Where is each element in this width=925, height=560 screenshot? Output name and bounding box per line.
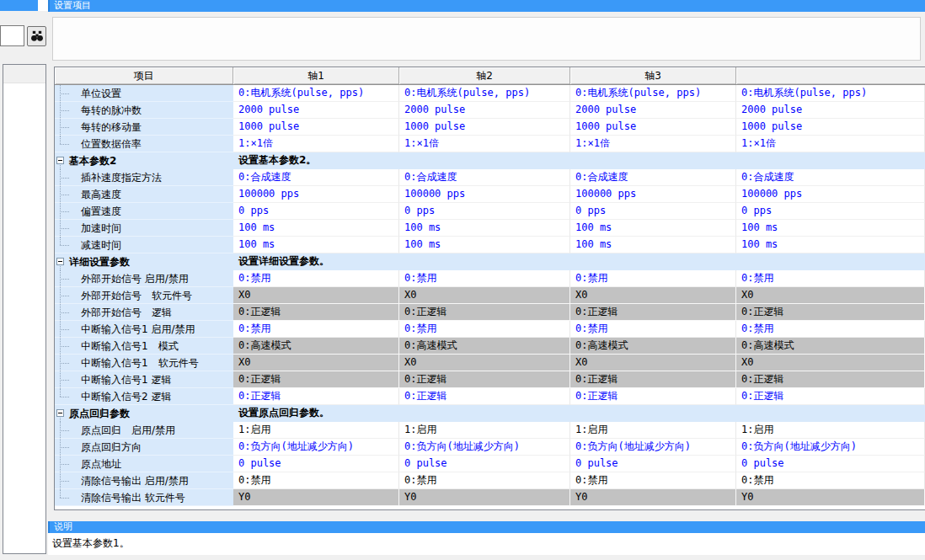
param-value-cell-axis4[interactable]: 0:合成速度 bbox=[736, 169, 925, 186]
param-value-cell-axis3[interactable]: 100 ms bbox=[570, 220, 736, 237]
param-value-cell-axis3[interactable]: 0:正逻辑 bbox=[570, 388, 736, 405]
tree-item-cell[interactable]: 原点回归方向 bbox=[55, 439, 233, 456]
param-value-cell-axis1[interactable]: 0:禁用 bbox=[233, 270, 399, 287]
param-value-cell-axis3[interactable]: 0:电机系统(pulse, pps) bbox=[570, 85, 736, 102]
param-value-cell-axis4[interactable]: 0 pulse bbox=[736, 456, 925, 472]
param-value-cell-axis2[interactable]: 0 pps bbox=[399, 203, 570, 220]
collapse-minus-icon[interactable] bbox=[56, 157, 64, 164]
param-value-cell-axis1[interactable]: 0 pulse bbox=[233, 456, 399, 472]
param-value-cell-axis4[interactable]: 1:启用 bbox=[736, 422, 925, 439]
param-value-cell-axis4: X0 bbox=[736, 355, 925, 371]
param-value-cell-axis4[interactable]: 1000 pulse bbox=[736, 119, 925, 136]
param-value-cell-axis2[interactable]: 1:启用 bbox=[399, 422, 570, 439]
param-value-cell-axis4[interactable]: 1:×1倍 bbox=[736, 136, 925, 152]
tree-item-cell[interactable]: 减速时间 bbox=[55, 237, 233, 253]
param-value-cell-axis2[interactable]: 100000 pps bbox=[399, 186, 570, 203]
tree-item-cell[interactable]: 外部开始信号 软元件号 bbox=[55, 287, 233, 304]
tree-item-cell[interactable]: 偏置速度 bbox=[55, 203, 233, 220]
tree-item-cell[interactable]: 加速时间 bbox=[55, 220, 233, 237]
param-value-cell-axis4[interactable]: 0:禁用 bbox=[736, 472, 925, 489]
tree-item-cell[interactable]: 中断输入信号2 逻辑 bbox=[55, 388, 233, 405]
column-header-item: 项目 bbox=[55, 67, 233, 84]
param-value-cell-axis1[interactable]: 100 ms bbox=[233, 237, 399, 253]
param-value-cell-axis1[interactable]: 0:电机系统(pulse, pps) bbox=[233, 85, 399, 102]
tree-item-cell[interactable]: 外部开始信号 逻辑 bbox=[55, 304, 233, 321]
param-value-cell-axis2[interactable]: 1000 pulse bbox=[399, 119, 570, 136]
collapse-minus-icon[interactable] bbox=[56, 258, 64, 265]
param-value-cell-axis2[interactable]: 0:电机系统(pulse, pps) bbox=[399, 85, 570, 102]
param-value-cell-axis4[interactable]: 0:禁用 bbox=[736, 321, 925, 338]
tree-item-cell[interactable]: 中断输入信号1 模式 bbox=[55, 338, 233, 355]
tree-item-cell[interactable]: 插补速度指定方法 bbox=[55, 169, 233, 186]
tree-item-cell[interactable]: 单位设置 bbox=[55, 85, 233, 102]
tree-group-cell[interactable]: 详细设置参数 bbox=[55, 253, 233, 270]
param-value-cell-axis3[interactable]: 100000 pps bbox=[570, 186, 736, 203]
param-value-cell-axis2[interactable]: 0 pulse bbox=[399, 456, 570, 472]
param-value-cell-axis1[interactable]: 100 ms bbox=[233, 220, 399, 237]
param-value-cell-axis3[interactable]: 0 pulse bbox=[570, 456, 736, 472]
param-value-cell-axis1[interactable]: 0:禁用 bbox=[233, 472, 399, 489]
param-value-cell-axis1[interactable]: 1000 pulse bbox=[233, 119, 399, 136]
param-value-cell-axis3[interactable]: 100 ms bbox=[570, 237, 736, 253]
param-value-cell-axis2[interactable]: 100 ms bbox=[399, 237, 570, 253]
param-value-cell-axis4[interactable]: 0:禁用 bbox=[736, 270, 925, 287]
param-value-cell-axis4[interactable]: 100 ms bbox=[736, 220, 925, 237]
param-value-cell-axis4[interactable]: 0:负方向(地址减少方向) bbox=[736, 439, 925, 456]
param-value-cell-axis4[interactable]: 0:正逻辑 bbox=[736, 388, 925, 405]
find-button[interactable] bbox=[27, 26, 46, 46]
param-value-cell-axis1[interactable]: 0:负方向(地址减少方向) bbox=[233, 439, 399, 456]
tree-item-cell[interactable]: 清除信号输出 启用/禁用 bbox=[55, 472, 233, 489]
tree-item-cell[interactable]: 清除信号输出 软元件号 bbox=[55, 489, 233, 506]
param-value-cell-axis4[interactable]: 2000 pulse bbox=[736, 102, 925, 119]
tree-item-cell[interactable]: 每转的脉冲数 bbox=[55, 102, 233, 119]
tree-item-cell[interactable]: 位置数据倍率 bbox=[55, 136, 233, 152]
param-value-cell-axis1[interactable]: 1:×1倍 bbox=[233, 136, 399, 152]
param-value-cell-axis1[interactable]: 0 pps bbox=[233, 203, 399, 220]
param-value-cell-axis2[interactable]: 0:禁用 bbox=[399, 270, 570, 287]
tree-item-cell[interactable]: 最高速度 bbox=[55, 186, 233, 203]
tree-stub bbox=[60, 296, 69, 296]
param-value-cell-axis2[interactable]: 2000 pulse bbox=[399, 102, 570, 119]
param-value-cell-axis3[interactable]: 2000 pulse bbox=[570, 102, 736, 119]
tree-item-cell[interactable]: 中断输入信号1 软元件号 bbox=[55, 355, 233, 371]
param-value-cell-axis3[interactable]: 0 pps bbox=[570, 203, 736, 220]
tree-item-cell[interactable]: 外部开始信号 启用/禁用 bbox=[55, 270, 233, 287]
param-value-cell-axis3[interactable]: 1:×1倍 bbox=[570, 136, 736, 152]
param-value-cell-axis1[interactable]: 1:启用 bbox=[233, 422, 399, 439]
group-row: 原点回归参数设置原点回归参数。 bbox=[55, 405, 925, 422]
param-value-cell-axis1[interactable]: 2000 pulse bbox=[233, 102, 399, 119]
tree-item-cell[interactable]: 每转的移动量 bbox=[55, 119, 233, 136]
param-value-cell-axis3[interactable]: 0:负方向(地址减少方向) bbox=[570, 439, 736, 456]
tree-item-cell[interactable]: 中断输入信号1 逻辑 bbox=[55, 371, 233, 388]
param-value-cell-axis2[interactable]: 0:禁用 bbox=[399, 321, 570, 338]
param-value-cell-axis3[interactable]: 0:禁用 bbox=[570, 472, 736, 489]
param-value-cell-axis1[interactable]: 0:正逻辑 bbox=[233, 388, 399, 405]
tree-item-cell[interactable]: 原点地址 bbox=[55, 456, 233, 472]
param-value-cell-axis2[interactable]: 0:正逻辑 bbox=[399, 388, 570, 405]
tree-group-cell[interactable]: 原点回归参数 bbox=[55, 405, 233, 422]
param-value-cell-axis2[interactable]: 0:禁用 bbox=[399, 472, 570, 489]
param-value-cell-axis4[interactable]: 100 ms bbox=[736, 237, 925, 253]
param-value-cell-axis4[interactable]: 0:电机系统(pulse, pps) bbox=[736, 85, 925, 102]
param-value-cell-axis1[interactable]: 100000 pps bbox=[233, 186, 399, 203]
tree-stub bbox=[60, 127, 69, 128]
param-value-cell-axis3[interactable]: 0:合成速度 bbox=[570, 169, 736, 186]
param-value-cell-axis1[interactable]: 0:合成速度 bbox=[233, 169, 399, 186]
param-value-cell-axis4[interactable]: 0 pps bbox=[736, 203, 925, 220]
param-value-cell-axis2[interactable]: 100 ms bbox=[399, 220, 570, 237]
tree-group-cell[interactable]: 基本参数2 bbox=[55, 152, 233, 169]
search-input[interactable] bbox=[0, 25, 24, 46]
param-value-cell-axis3[interactable]: 0:禁用 bbox=[570, 270, 736, 287]
param-value-cell-axis2[interactable]: 0:合成速度 bbox=[399, 169, 570, 186]
tree-stub bbox=[60, 195, 69, 195]
tree-item-cell[interactable]: 原点回归 启用/禁用 bbox=[55, 422, 233, 439]
param-value-cell-axis3[interactable]: 1:启用 bbox=[570, 422, 736, 439]
param-value-cell-axis2[interactable]: 0:负方向(地址减少方向) bbox=[399, 439, 570, 456]
param-value-cell-axis2[interactable]: 1:×1倍 bbox=[399, 136, 570, 152]
param-value-cell-axis4[interactable]: 100000 pps bbox=[736, 186, 925, 203]
param-value-cell-axis1[interactable]: 0:禁用 bbox=[233, 321, 399, 338]
param-value-cell-axis3[interactable]: 0:禁用 bbox=[570, 321, 736, 338]
collapse-minus-icon[interactable] bbox=[56, 409, 64, 417]
param-value-cell-axis3[interactable]: 1000 pulse bbox=[570, 119, 736, 136]
tree-item-cell[interactable]: 中断输入信号1 启用/禁用 bbox=[55, 321, 233, 338]
